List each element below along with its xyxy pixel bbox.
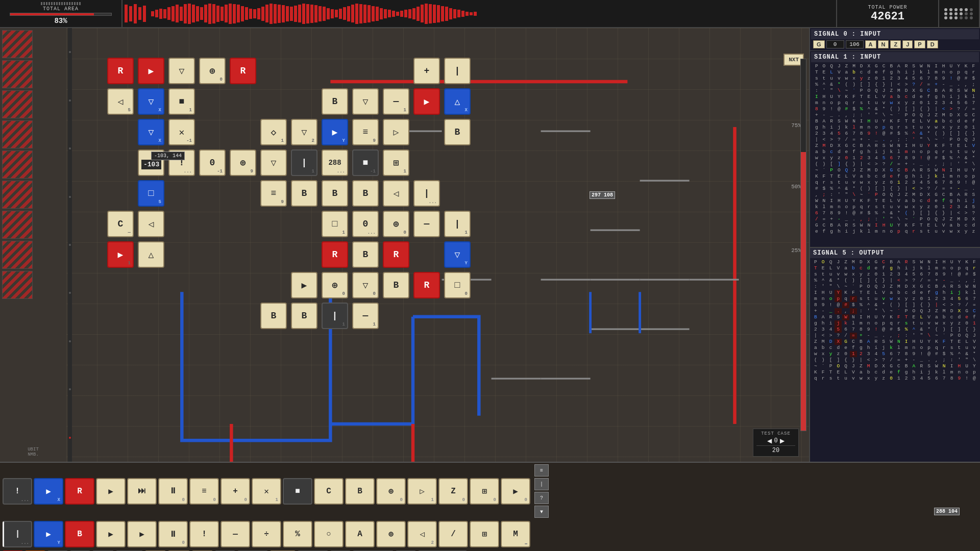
comp-plus-circ-1[interactable]: ⊕9 [230,149,256,176]
comp-down-blue-3[interactable]: ▽Y [444,241,471,268]
tool-bar-dots[interactable]: |... [3,521,32,547]
comp-arrow-left-1[interactable]: ◁5 [107,88,134,115]
comp-b-7[interactable]: B [383,272,409,298]
vert-slider[interactable] [800,59,806,431]
sig0-val2[interactable]: 106 [846,40,864,48]
comp-square-1[interactable]: ■1 [168,88,195,115]
tool-grid-2[interactable]: ⊞ [470,521,499,547]
tool-left-tri-1[interactable]: ◁2 [407,521,437,547]
comp-plus-circ-2[interactable]: ⊕0 [383,211,409,237]
comp-x-1[interactable]: ✕-1 [168,119,195,145]
sig0-j-btn[interactable]: J [902,40,913,48]
comp-diamond-1[interactable]: ◇1 [260,119,287,145]
tool-play-3[interactable]: ▶ [127,521,157,547]
comp-play-blue-1[interactable]: ▶Y [322,119,348,145]
tool-b-red[interactable]: B [65,521,94,547]
tool-slash-1[interactable]: / [438,521,468,547]
tool-grid-1[interactable]: ⊞0 [470,478,499,505]
comp-up-blue-1[interactable]: △X [444,88,471,115]
comp-bar-dark-1[interactable]: |1 [291,149,317,176]
comp-play-red-1[interactable]: ▶ [138,58,164,84]
comp-b-2[interactable]: B [444,119,471,145]
tool-c-1[interactable]: C [314,478,344,505]
comp-bar-1[interactable]: | [444,58,471,84]
tool-div-1[interactable]: ÷ [252,521,281,547]
tool-m-1[interactable]: M▬ [501,521,530,547]
comp-zero-1[interactable]: 0-1 [199,149,226,176]
side-icon-3[interactable]: ? [534,492,549,504]
sig0-g-btn[interactable]: G [813,40,825,48]
comp-square-8[interactable]: □0 [444,272,471,298]
comp-left-arr-2[interactable]: ◁ [138,211,164,237]
comp-plus-2[interactable]: + [413,58,440,84]
side-icon-2[interactable]: | [534,478,549,490]
comp-b-3[interactable]: B [291,180,317,207]
comp-minus-1[interactable]: —1 [383,88,409,115]
comp-down-3[interactable]: ▽2 [291,119,317,145]
sig0-n-btn[interactable]: N [878,40,889,48]
tool-plus-1[interactable]: +0 [220,478,250,505]
comp-bar-3[interactable]: |1 [444,211,471,237]
comp-square-dark-1[interactable]: ■-1 [352,149,379,176]
tool-square-dark[interactable]: ■ [283,478,312,505]
sig0-val1[interactable]: 0 [826,40,844,48]
tool-minus-1[interactable]: — [220,521,250,547]
tool-z-1[interactable]: Z0 [438,478,468,505]
comp-288[interactable]: 288... [322,149,348,176]
comp-play-red-3[interactable]: ▶1 [107,241,134,268]
sig0-z-btn[interactable]: Z [890,40,901,48]
side-icon-4[interactable]: ▼ [534,506,549,518]
comp-b-1[interactable]: B [322,88,348,115]
comp-eq-1[interactable]: ≡9 [352,119,379,145]
sig0-p-btn[interactable]: P [914,40,925,48]
tool-x-1[interactable]: ✕1 [252,478,281,505]
tool-excl-2[interactable]: ! [189,521,219,547]
tool-play-r-1[interactable]: ▶0 [501,478,530,505]
tool-play-blue-y[interactable]: ▶Y [34,521,63,547]
comp-r-4[interactable]: R [383,241,409,268]
tool-play-2[interactable]: ▶ [96,521,126,547]
tool-pause-2[interactable]: ⏸0 [158,521,188,547]
comp-down-blue-1[interactable]: ▽X [138,88,164,115]
comp-grid-1[interactable]: ⊞1 [383,149,409,176]
sig0-d-btn[interactable]: D [927,40,938,48]
tool-play-1[interactable]: ▶ [96,478,126,505]
comp-plus-circ-3[interactable]: ⊕0 [322,272,348,298]
comp-r-1[interactable]: R [107,58,134,84]
comp-b-6[interactable]: B [352,241,379,268]
comp-down-2[interactable]: ▽ [352,88,379,115]
comp-bar-2[interactable]: |... [413,180,440,207]
comp-b-9[interactable]: B [291,303,317,329]
comp-bar-dark-2[interactable]: |1 [322,303,348,329]
comp-square-blue-1[interactable]: □5 [138,180,164,207]
tool-r-1[interactable]: R [65,478,94,505]
comp-minus-2[interactable]: — [413,211,440,237]
tool-pause-1[interactable]: ⏸0 [158,478,188,505]
tool-circle-1[interactable]: ○ [314,521,344,547]
comp-left-arr-1[interactable]: ◁ [383,180,409,207]
comp-down-blue-2[interactable]: ▽X [138,119,164,145]
tc-prev-btn[interactable]: ◀ [767,437,772,444]
comp-play-8[interactable]: ▶ [291,272,317,298]
tc-next-btn[interactable]: ▶ [780,437,785,444]
tool-a-1[interactable]: A [345,521,375,547]
comp-r-5[interactable]: R [413,272,440,298]
comp-small-sq-1[interactable]: □1 [322,211,348,237]
comp-b-5[interactable]: B [352,180,379,207]
tool-plus-circ-1[interactable]: ⊕0 [376,478,406,505]
comp-down-5[interactable]: ▽0 [352,272,379,298]
comp-lines-1[interactable]: ≡9 [260,180,287,207]
comp-r-3[interactable]: R [322,241,348,268]
tool-right-tri-1[interactable]: ▷1 [407,478,437,505]
comp-down-4[interactable]: ▽ [260,149,287,176]
comp-zero-2[interactable]: 0... [352,211,379,237]
comp-minus-3[interactable]: —1 [352,303,379,329]
tool-ff-1[interactable]: ⏭ [127,478,157,505]
comp-up-1[interactable]: △ [138,241,164,268]
tool-pct-1[interactable]: % [283,521,312,547]
comp-b-8[interactable]: B [260,303,287,329]
tool-excl-dots[interactable]: !... [3,478,32,505]
tool-lines-1[interactable]: ≡0 [189,478,219,505]
tool-b-1[interactable]: B [345,478,375,505]
comp-b-4[interactable]: B [322,180,348,207]
